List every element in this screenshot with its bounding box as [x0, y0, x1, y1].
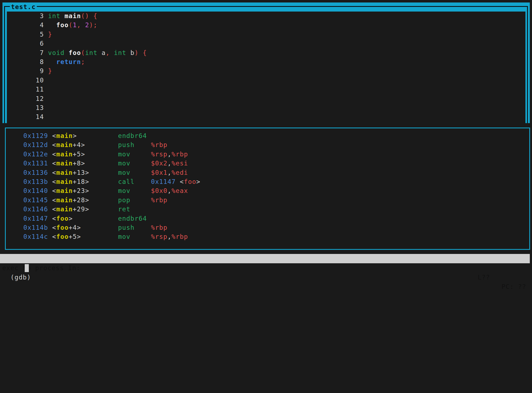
source-line: 14	[3, 112, 147, 121]
disasm-row: 0x1146 <main+29> ret	[3, 205, 200, 214]
source-line: 7 void foo(int a, int b) {	[3, 48, 147, 57]
disasm-row: 0x1131 <main+8> mov $0x2,%esi	[3, 159, 200, 168]
source-line: 11	[3, 85, 147, 94]
source-window-border-vline-right	[527, 6, 528, 123]
disasm-row: 0x1129 <main> endbr64	[3, 131, 200, 140]
source-line: 9 }	[3, 67, 147, 76]
source-line: 3 int main() {	[3, 12, 147, 21]
gdb-prompt-label: (gdb)	[10, 274, 31, 281]
source-line: 5 }	[3, 30, 147, 39]
terminal-screen[interactable]: { "colors": { "background": "#1a1a1a", "…	[0, 0, 532, 393]
source-window-title: test.c	[10, 2, 37, 12]
source-line: 8 return;	[3, 57, 147, 67]
source-line: 10	[3, 76, 147, 85]
source-window-top-border	[2, 2, 530, 12]
source-line: 12	[3, 94, 147, 103]
terminal-cursor[interactable]	[25, 264, 29, 272]
disassembly-window[interactable]: 0x1129 <main> endbr64 0x112d <main+4> pu…	[3, 131, 200, 242]
status-pc-indicator: PC: ??	[502, 282, 526, 291]
status-bar: exec No process In: L?? PC: ??	[0, 254, 530, 263]
source-line: 4 foo(1, 2);	[3, 21, 147, 30]
disasm-row: 0x112e <main+5> mov %rsp,%rbp	[3, 150, 200, 159]
source-window[interactable]: 3 int main() { 4 foo(1, 2); 5 } 6 7 void…	[3, 12, 147, 122]
disasm-row: 0x114c <foo+5> mov %rsp,%rbp	[3, 232, 200, 241]
disasm-row: 0x113b <main+18> call 0x1147 <foo>	[3, 177, 200, 186]
disasm-row: 0x112d <main+4> push %rbp	[3, 140, 200, 150]
source-line: 6	[3, 39, 147, 48]
disasm-row: 0x1145 <main+28> pop %rbp	[3, 196, 200, 205]
disasm-row: 0x1147 <foo> endbr64	[3, 214, 200, 223]
source-line: 13	[3, 103, 147, 112]
disasm-row: 0x1140 <main+23> mov $0x0,%eax	[3, 186, 200, 195]
source-window-border-hline	[4, 6, 528, 7]
disasm-row: 0x114b <foo+4> push %rbp	[3, 223, 200, 232]
disasm-row: 0x1136 <main+13> mov $0x1,%edi	[3, 168, 200, 177]
status-line-indicator: L??	[478, 273, 490, 282]
